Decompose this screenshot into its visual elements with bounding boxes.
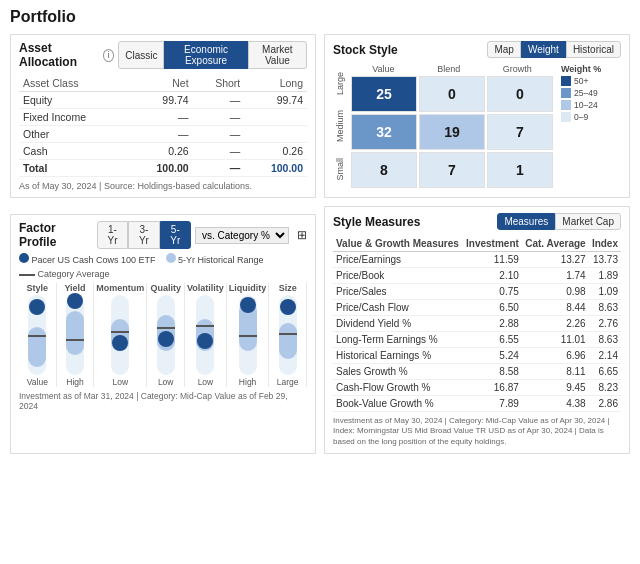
asset-allocation-panel: Asset Allocation i Classic Economic Expo… <box>10 34 316 198</box>
factor-bottom-label: Value <box>27 377 48 387</box>
stock-style-panel: Stock Style Map Weight Historical Large … <box>324 34 630 198</box>
btn-historical[interactable]: Historical <box>566 41 621 58</box>
asset-allocation-btn-group: Classic Economic Exposure Market Value <box>118 41 307 69</box>
table-row: Price/Book2.101.741.89 <box>333 268 621 284</box>
btn-3yr[interactable]: 3-Yr <box>128 221 159 249</box>
table-row: Price/Sales0.750.981.09 <box>333 284 621 300</box>
table-row: Price/Cash Flow6.508.448.63 <box>333 300 621 316</box>
info-icon[interactable]: i <box>103 49 114 62</box>
avg-label: Category Average <box>38 269 110 279</box>
style-grid-cell: 0 <box>419 76 485 112</box>
asset-allocation-title: Asset Allocation <box>19 41 99 69</box>
table-row: Total100.00—100.00 <box>19 160 307 177</box>
btn-measures[interactable]: Measures <box>497 213 555 230</box>
stock-style-title: Stock Style <box>333 43 398 57</box>
table-row: Sales Growth %8.588.116.65 <box>333 364 621 380</box>
legend-title: Weight % <box>561 64 621 74</box>
factor-col-label: Liquidity <box>229 283 267 293</box>
factor-bottom-label: High <box>66 377 83 387</box>
factor-column: LiquidityHigh <box>227 283 270 387</box>
factor-col-label: Size <box>279 283 297 293</box>
factor-col-label: Momentum <box>96 283 144 293</box>
factor-bottom-label: Low <box>113 377 129 387</box>
style-grid-cell: 7 <box>419 152 485 188</box>
table-row: Book-Value Growth %7.894.382.86 <box>333 396 621 412</box>
row-label-medium: Medium <box>335 110 345 142</box>
btn-market-cap[interactable]: Market Cap <box>555 213 621 230</box>
factor-profile-title: Factor Profile <box>19 221 93 249</box>
legend-item: 10–24 <box>561 100 621 110</box>
legend-item: 0–9 <box>561 112 621 122</box>
measures-note: Investment as of May 30, 2024 | Category… <box>333 416 621 447</box>
grid-icon[interactable]: ⊞ <box>297 228 307 242</box>
factor-column: StyleValue <box>19 283 57 387</box>
style-grid-cell: 25 <box>351 76 417 112</box>
btn-map[interactable]: Map <box>487 41 520 58</box>
factor-col-label: Yield <box>64 283 85 293</box>
col-label-value: Value <box>372 64 394 74</box>
table-row: Dividend Yield %2.882.262.76 <box>333 316 621 332</box>
measures-col-investment: Investment <box>463 236 522 252</box>
factor-profile-panel: Factor Profile 1-Yr 3-Yr 5-Yr vs. Catego… <box>10 214 316 454</box>
factor-col-label: Volatility <box>187 283 224 293</box>
factor-footer: Investment as of Mar 31, 2024 | Category… <box>19 391 307 411</box>
time-btn-group: 1-Yr 3-Yr 5-Yr <box>97 221 191 249</box>
style-grid-cell: 32 <box>351 114 417 150</box>
table-row: Cash-Flow Growth %16.879.458.23 <box>333 380 621 396</box>
measures-section-title: Value & Growth Measures <box>333 236 463 252</box>
col-asset-class: Asset Class <box>19 75 130 92</box>
compare-dropdown[interactable]: vs. Category % <box>195 227 289 244</box>
btn-market-value[interactable]: Market Value <box>248 41 307 69</box>
legend-item: 50+ <box>561 76 621 86</box>
stock-style-btn-group: Map Weight Historical <box>487 41 621 58</box>
style-grid-cell: 19 <box>419 114 485 150</box>
table-row: Long-Term Earnings %6.5511.018.63 <box>333 332 621 348</box>
col-label-blend: Blend <box>437 64 460 74</box>
btn-weight[interactable]: Weight <box>521 41 566 58</box>
asset-allocation-note: As of May 30, 2024 | Source: Holdings-ba… <box>19 181 307 191</box>
style-measures-title: Style Measures <box>333 215 420 229</box>
col-short: Short <box>193 75 245 92</box>
factor-legend: Pacer US Cash Cows 100 ETF 5-Yr Historic… <box>19 253 307 265</box>
style-grid-cell: 0 <box>487 76 553 112</box>
factor-col-label: Style <box>27 283 49 293</box>
col-label-growth: Growth <box>503 64 532 74</box>
table-row: Cash0.26—0.26 <box>19 143 307 160</box>
style-grid-cell: 7 <box>487 114 553 150</box>
style-grid-cell: 8 <box>351 152 417 188</box>
style-grid-cell: 1 <box>487 152 553 188</box>
col-long: Long <box>244 75 307 92</box>
row-label-small: Small <box>335 158 345 181</box>
table-row: Equity99.74—99.74 <box>19 92 307 109</box>
factor-column: SizeLarge <box>269 283 307 387</box>
btn-1yr[interactable]: 1-Yr <box>97 221 128 249</box>
asset-allocation-table: Asset Class Net Short Long Equity99.74—9… <box>19 75 307 177</box>
factor-bottom-label: Low <box>198 377 214 387</box>
factor-bottom-label: High <box>239 377 256 387</box>
measures-col-index: Index <box>589 236 621 252</box>
col-net: Net <box>130 75 193 92</box>
table-row: Other—— <box>19 126 307 143</box>
table-row: Historical Earnings %5.246.962.14 <box>333 348 621 364</box>
page-title: Portfolio <box>10 8 630 26</box>
table-row: Price/Earnings11.5913.2713.73 <box>333 252 621 268</box>
measures-col-cat-avg: Cat. Average <box>522 236 589 252</box>
style-legend: Weight %50+25–4910–240–9 <box>561 64 621 188</box>
factor-col-label: Quality <box>150 283 181 293</box>
style-measures-panel: Style Measures Measures Market Cap Value… <box>324 206 630 454</box>
legend-item: 25–49 <box>561 88 621 98</box>
factor-column: QualityLow <box>147 283 185 387</box>
btn-economic[interactable]: Economic Exposure <box>164 41 247 69</box>
factor-column: VolatilityLow <box>185 283 227 387</box>
factor-bottom-label: Large <box>277 377 299 387</box>
btn-5yr[interactable]: 5-Yr <box>160 221 191 249</box>
row-label-large: Large <box>335 72 345 95</box>
factor-bottom-label: Low <box>158 377 174 387</box>
factor-column: YieldHigh <box>57 283 95 387</box>
factor-column: MomentumLow <box>94 283 147 387</box>
btn-classic[interactable]: Classic <box>118 41 164 69</box>
table-row: Fixed Income—— <box>19 109 307 126</box>
measures-btn-group: Measures Market Cap <box>497 213 621 230</box>
measures-table: Value & Growth Measures Investment Cat. … <box>333 236 621 412</box>
